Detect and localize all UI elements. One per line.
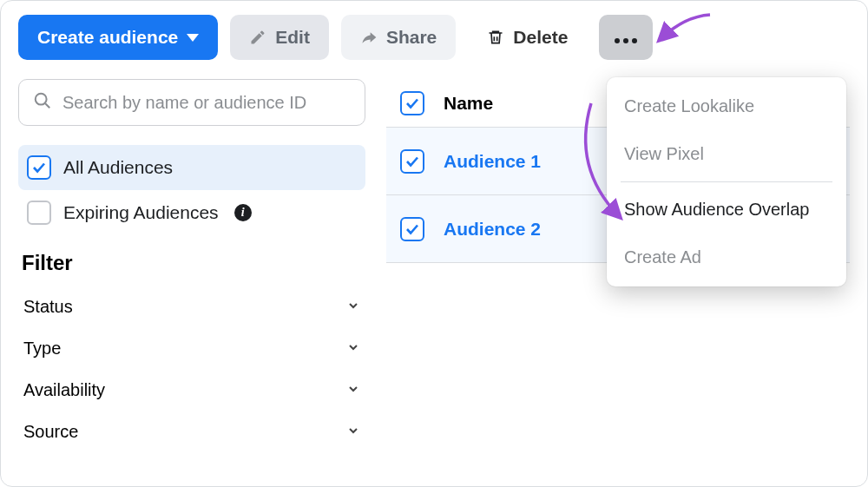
checkbox-select-all[interactable]	[400, 91, 424, 115]
search-box[interactable]	[18, 79, 365, 126]
menu-create-lookalike[interactable]: Create Lookalike	[607, 82, 846, 130]
delete-button[interactable]: Delete	[468, 15, 587, 60]
svg-point-3	[36, 94, 47, 105]
menu-separator	[621, 181, 832, 182]
svg-line-4	[45, 103, 49, 108]
info-icon[interactable]: i	[234, 204, 252, 221]
svg-point-0	[615, 38, 620, 43]
expiring-label: Expiring Audiences	[63, 202, 219, 223]
menu-view-pixel[interactable]: View Pixel	[607, 130, 846, 178]
filter-type-label: Type	[23, 339, 61, 359]
all-audiences-label: All Audiences	[63, 157, 173, 178]
audience-link[interactable]: Audience 2	[444, 219, 541, 240]
filter-availability-label: Availability	[23, 380, 105, 400]
chevron-down-icon	[346, 297, 360, 317]
more-actions-menu: Create Lookalike View Pixel Show Audienc…	[607, 77, 846, 286]
checkbox-expiring[interactable]	[27, 201, 51, 225]
trash-icon	[487, 28, 504, 47]
menu-create-ad[interactable]: Create Ad	[607, 234, 846, 281]
filter-source-label: Source	[23, 422, 78, 442]
filter-availability[interactable]: Availability	[18, 369, 365, 411]
share-label: Share	[386, 27, 437, 48]
checkbox-all[interactable]	[27, 155, 51, 180]
filter-status[interactable]: Status	[18, 286, 365, 327]
chevron-down-icon	[346, 422, 360, 442]
audience-selector: All Audiences Expiring Audiences i	[18, 145, 365, 235]
sidebar-item-all-audiences[interactable]: All Audiences	[18, 145, 365, 190]
chevron-down-icon	[346, 380, 360, 400]
checkbox-row-1[interactable]	[400, 149, 424, 174]
sidebar-item-expiring-audiences[interactable]: Expiring Audiences i	[18, 190, 365, 235]
share-button[interactable]: Share	[341, 15, 456, 60]
filter-type[interactable]: Type	[18, 327, 365, 369]
caret-down-icon	[187, 34, 199, 42]
svg-point-1	[623, 38, 628, 43]
filter-status-label: Status	[23, 297, 73, 317]
chevron-down-icon	[346, 339, 360, 359]
create-audience-label: Create audience	[37, 27, 178, 48]
share-icon	[360, 29, 378, 46]
menu-show-audience-overlap[interactable]: Show Audience Overlap	[607, 186, 846, 234]
edit-label: Edit	[275, 27, 310, 48]
more-button[interactable]	[599, 15, 653, 60]
ellipsis-icon	[615, 27, 637, 48]
audience-link[interactable]: Audience 1	[444, 151, 541, 172]
filter-source[interactable]: Source	[18, 411, 365, 452]
svg-point-2	[632, 38, 637, 43]
audiences-panel: Create audience Edit Share Delete	[0, 0, 868, 487]
delete-label: Delete	[513, 27, 568, 48]
sidebar: All Audiences Expiring Audiences i Filte…	[18, 79, 365, 452]
toolbar: Create audience Edit Share Delete	[18, 15, 850, 60]
filter-heading: Filter	[22, 251, 365, 275]
edit-button[interactable]: Edit	[230, 15, 329, 60]
pencil-icon	[249, 29, 266, 46]
create-audience-button[interactable]: Create audience	[18, 15, 218, 60]
checkbox-row-2[interactable]	[400, 217, 424, 241]
search-input[interactable]	[62, 93, 351, 113]
column-header-name: Name	[444, 93, 493, 114]
search-icon	[33, 91, 52, 114]
